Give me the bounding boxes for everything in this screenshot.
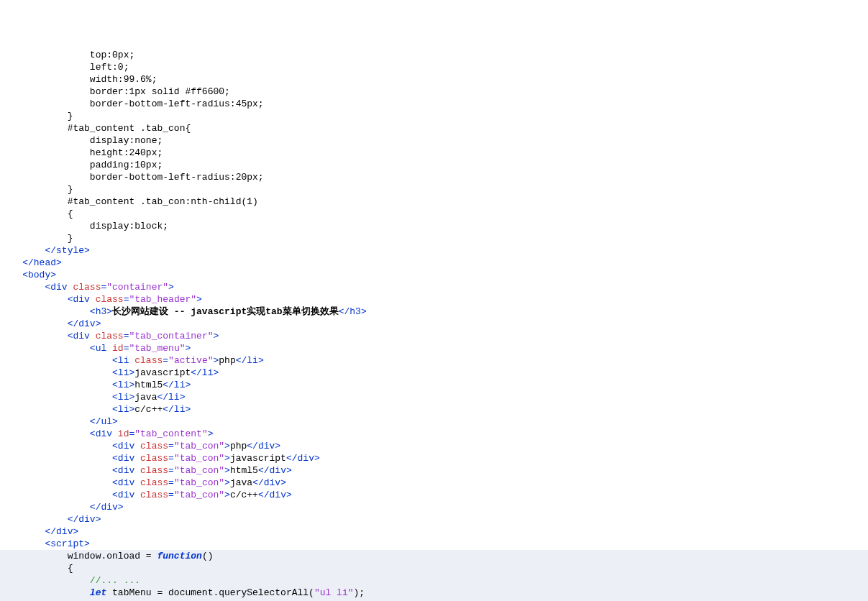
code-line: height:240px; (0, 147, 868, 159)
code-token: <ul (90, 343, 112, 354)
code-line: #tab_content .tab_con:nth-child(1) (0, 196, 868, 208)
code-token: //... ... (90, 575, 140, 586)
code-token: id (118, 428, 129, 439)
code-token: php (219, 355, 235, 366)
code-token: > (224, 465, 230, 476)
code-token: </div> (68, 318, 101, 329)
code-token: height:240px; (90, 147, 163, 158)
code-token: "tab_con" (174, 441, 224, 451)
code-token: > (168, 282, 174, 293)
code-line: <li>javascript</li> (0, 367, 868, 379)
code-token: <div (112, 441, 140, 451)
code-token: class (140, 453, 168, 464)
code-token: </li> (236, 355, 264, 366)
code-token: = (168, 453, 174, 464)
code-token: <li> (112, 367, 134, 378)
code-token: </li> (163, 404, 191, 415)
code-token: class (140, 477, 168, 488)
code-token: </h3> (339, 306, 367, 317)
code-line: } (0, 183, 868, 196)
code-token: </div> (45, 526, 78, 537)
code-line: } (0, 110, 868, 122)
code-token: window.onload = (68, 551, 157, 561)
code-token: > (224, 477, 230, 488)
code-token: <li> (112, 404, 134, 415)
code-line: border-bottom-left-radius:20px; (0, 171, 868, 183)
code-token: width:99.6%; (90, 74, 157, 85)
code-token: <div (112, 465, 140, 476)
code-token: <div (45, 282, 73, 293)
code-line: //... ... (0, 574, 868, 587)
code-line: display:none; (0, 134, 868, 147)
code-token: java (134, 392, 157, 403)
code-token: #tab_content .tab_con{ (68, 123, 191, 134)
code-line: width:99.6%; (0, 73, 868, 86)
code-token: border-bottom-left-radius:45px; (90, 98, 264, 109)
code-token: "container" (106, 282, 168, 293)
code-token: function (157, 551, 201, 561)
code-token: </div> (258, 490, 292, 500)
code-token: class (96, 294, 124, 305)
code-token: javascript (134, 367, 191, 378)
code-token: <div (112, 490, 140, 500)
code-token: left:0; (90, 62, 129, 73)
code-token: javascript (230, 453, 286, 464)
code-token: "tab_con" (174, 465, 224, 476)
code-token: <div (90, 428, 118, 439)
code-token: #tab_content .tab_con:nth-child(1) (68, 196, 258, 207)
code-token: class (140, 490, 168, 500)
code-token: </div> (68, 514, 101, 525)
code-line: border:1px solid #ff6600; (0, 86, 868, 98)
code-line: <div class="tab_con">java</div> (0, 477, 868, 489)
code-token: <div (112, 477, 140, 488)
code-line: let tabMenu = document.querySelectorAll(… (0, 587, 868, 599)
code-line: <li>c/c++</li> (0, 403, 868, 416)
code-token: > (214, 331, 219, 341)
code-token: class (140, 441, 168, 451)
code-token: c/c++ (134, 404, 163, 415)
code-token: display:block; (90, 221, 168, 231)
code-token: </li> (163, 380, 191, 390)
code-line: <li>html5</li> (0, 379, 868, 391)
code-line: <div class="tab_con">php</div> (0, 440, 868, 452)
code-line: { (0, 208, 868, 220)
code-token: </div> (252, 477, 286, 488)
code-token: <body> (22, 270, 56, 280)
code-token: </ul> (90, 416, 118, 427)
code-token: html5 (134, 380, 163, 390)
code-token: = (168, 477, 174, 488)
code-line: </div> (0, 318, 868, 330)
code-token: > (208, 428, 214, 439)
code-token: c/c++ (230, 490, 258, 500)
code-line: border-bottom-left-radius:45px; (0, 98, 868, 110)
script-region: window.onload = function() { //... ... l… (0, 550, 868, 601)
code-token: "tab_con" (174, 477, 224, 488)
code-line: display:block; (0, 220, 868, 232)
code-token: > (196, 294, 202, 305)
code-line: <div class="tab_header"> (0, 293, 868, 306)
code-token: top:0px; (90, 50, 134, 60)
code-token: </li> (157, 392, 185, 403)
code-token: = (168, 490, 174, 500)
code-token: () (202, 551, 214, 561)
code-token: </div> (258, 465, 292, 476)
code-line: window.onload = function() (0, 550, 868, 562)
code-token: { (68, 208, 73, 219)
code-token: </style> (45, 245, 89, 256)
code-token: { (68, 563, 73, 574)
code-token: <li> (112, 392, 134, 403)
code-token: <li> (112, 380, 134, 390)
code-token: > (224, 441, 230, 451)
code-token: "active" (168, 355, 213, 366)
code-line: </div> (0, 513, 868, 526)
code-token: } (68, 111, 73, 121)
code-line: </div> (0, 526, 868, 538)
code-token: php (230, 441, 247, 451)
code-token: = (168, 465, 174, 476)
code-token: "tab_header" (129, 294, 196, 305)
code-token: html5 (230, 465, 258, 476)
code-token: </div> (286, 453, 320, 464)
code-line: <div class="tab_con">html5</div> (0, 464, 868, 477)
code-token: <div (68, 294, 96, 305)
code-token: border:1px solid #ff6600; (90, 86, 230, 97)
